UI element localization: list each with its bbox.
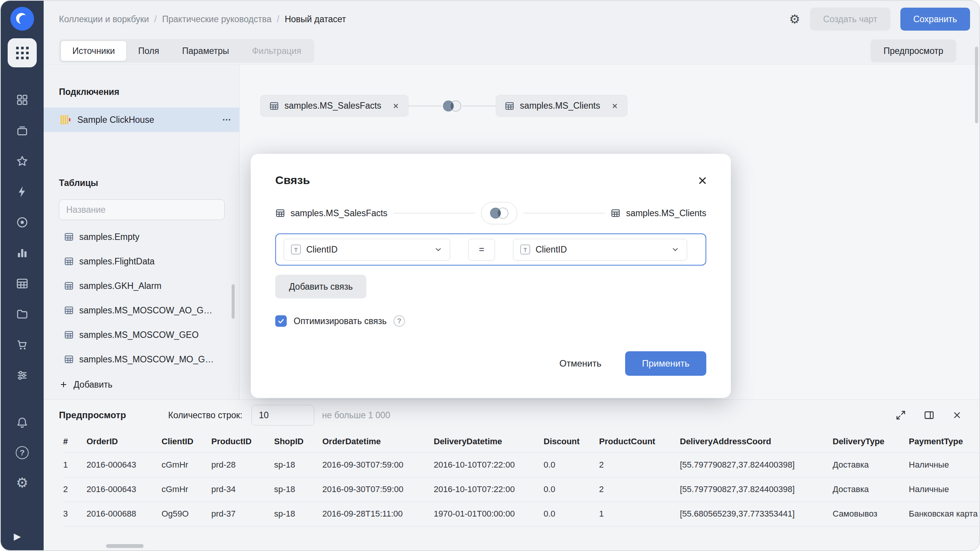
left-field-select[interactable]: T ClientID bbox=[284, 239, 450, 261]
column-header: OrderDatetime bbox=[322, 430, 434, 453]
right-field-select[interactable]: T ClientID bbox=[513, 239, 687, 261]
connections-icon[interactable] bbox=[15, 184, 29, 199]
top-bar: Коллекции и воркбуки / Практические руко… bbox=[44, 1, 979, 37]
dialog-join-row: samples.MS_SalesFacts samples.MS_Clients bbox=[275, 202, 706, 224]
page-scrollbar[interactable] bbox=[975, 47, 978, 123]
breadcrumb-separator: / bbox=[277, 14, 279, 24]
settings-sliders-icon[interactable] bbox=[15, 368, 29, 383]
table-icon bbox=[64, 232, 74, 242]
widgets-icon[interactable] bbox=[15, 93, 29, 107]
preview-panel: Предпросмотр Количество строк: не больше… bbox=[44, 399, 979, 550]
table-list-item[interactable]: samples.GKH_Alarm bbox=[44, 274, 239, 298]
save-button[interactable]: Сохранить bbox=[900, 8, 970, 31]
table-search-input[interactable] bbox=[59, 199, 225, 220]
preview-toggle-button[interactable]: Предпросмотр bbox=[871, 39, 956, 62]
cancel-button[interactable]: Отменить bbox=[549, 351, 611, 376]
join-connector-line bbox=[463, 106, 496, 106]
join-connector-line bbox=[523, 213, 605, 214]
preview-header-row: # OrderID ClientID ProductID ShopID Orde… bbox=[63, 430, 979, 453]
table-row: 1 2016-000643 cGmHr prd-28 sp-18 2016-09… bbox=[63, 453, 979, 477]
add-table-button[interactable]: Добавить bbox=[59, 375, 113, 394]
column-header: PaymentType bbox=[909, 430, 979, 453]
table-icon bbox=[275, 208, 285, 218]
breadcrumb-collections[interactable]: Коллекции и воркбуки bbox=[59, 14, 149, 24]
chevron-down-icon bbox=[671, 245, 680, 254]
column-header: DeliveryType bbox=[833, 430, 909, 453]
field-type-icon: T bbox=[520, 245, 530, 254]
row-count-input[interactable] bbox=[252, 405, 314, 425]
field-type-icon: T bbox=[291, 245, 301, 254]
clickhouse-icon bbox=[59, 114, 71, 126]
join-connector-line bbox=[408, 106, 441, 106]
collections-icon[interactable] bbox=[15, 123, 29, 138]
table-icon bbox=[64, 281, 74, 291]
dataset-settings-gear-icon[interactable]: ⚙ bbox=[789, 13, 800, 25]
remove-table-icon[interactable] bbox=[392, 102, 400, 110]
tabs-row: Источники Поля Параметры Фильтрация Пред… bbox=[44, 37, 979, 64]
table-list-item[interactable]: samples.FlightData bbox=[44, 249, 239, 274]
tab-sources[interactable]: Источники bbox=[60, 41, 127, 61]
canvas-table-clients[interactable]: samples.MS_Clients bbox=[496, 95, 627, 117]
sources-panel: Подключения Sample ClickHouse Таблицы sa… bbox=[44, 65, 240, 399]
row-count-label: Количество строк: bbox=[168, 410, 242, 421]
settings-gear-icon[interactable]: ⚙ bbox=[15, 476, 29, 490]
join-type-icon[interactable] bbox=[441, 99, 463, 113]
apps-grid-icon bbox=[16, 47, 29, 59]
tab-fields[interactable]: Поля bbox=[127, 41, 171, 61]
canvas-table-salesfacts[interactable]: samples.MS_SalesFacts bbox=[260, 95, 408, 117]
top-bar-actions: ⚙ Создать чарт Сохранить bbox=[789, 8, 970, 31]
dialog-footer: Отменить Применить bbox=[549, 351, 706, 376]
split-view-icon[interactable] bbox=[923, 409, 935, 421]
tab-filtering[interactable]: Фильтрация bbox=[240, 41, 313, 61]
table-icon bbox=[64, 256, 74, 266]
help-icon[interactable]: ? bbox=[15, 445, 29, 460]
close-preview-icon[interactable] bbox=[952, 410, 962, 421]
apps-grid-button[interactable] bbox=[8, 38, 37, 67]
apply-button[interactable]: Применить bbox=[625, 351, 706, 376]
join-type-icon bbox=[488, 206, 510, 220]
tables-list-scrollbar[interactable] bbox=[232, 284, 235, 319]
remove-table-icon[interactable] bbox=[611, 102, 619, 110]
join-condition-row: T ClientID = T ClientID bbox=[275, 233, 706, 266]
horizontal-scrollbar[interactable] bbox=[106, 544, 144, 548]
table-list-item[interactable]: samples.MS_MOSCOW_MO_G… bbox=[44, 347, 239, 372]
row-count-hint: не больше 1 000 bbox=[322, 410, 390, 421]
preview-title: Предпросмотр bbox=[59, 410, 126, 421]
table-icon bbox=[64, 330, 74, 340]
table-row: 3 2016-000688 Og59O prd-37 sp-18 2016-09… bbox=[63, 502, 979, 526]
folders-icon[interactable] bbox=[15, 307, 29, 321]
connection-item[interactable]: Sample ClickHouse bbox=[44, 108, 239, 132]
column-header: ShopID bbox=[274, 430, 322, 453]
marketplace-icon[interactable] bbox=[15, 337, 29, 352]
connection-more-icon[interactable] bbox=[222, 115, 232, 125]
sidebar-collapse-icon[interactable]: ▶ bbox=[14, 531, 21, 542]
optimize-help-icon[interactable]: ? bbox=[394, 315, 405, 327]
favorites-icon[interactable] bbox=[15, 154, 29, 168]
tab-parameters[interactable]: Параметры bbox=[171, 41, 241, 61]
breadcrumb-separator: / bbox=[154, 14, 157, 24]
services-icon[interactable] bbox=[15, 215, 29, 230]
dialog-left-table: samples.MS_SalesFacts bbox=[275, 208, 387, 218]
create-chart-button[interactable]: Создать чарт bbox=[810, 8, 890, 31]
close-dialog-icon[interactable] bbox=[696, 174, 709, 187]
table-list-item[interactable]: samples.MS_MOSCOW_GEO bbox=[44, 323, 239, 347]
operator-select[interactable]: = bbox=[468, 239, 495, 261]
datalens-logo[interactable] bbox=[10, 7, 34, 31]
breadcrumb-workbook[interactable]: Практические руководства bbox=[162, 14, 271, 24]
tables-list: samples.Empty samples.FlightData samples… bbox=[44, 225, 239, 372]
add-link-button[interactable]: Добавить связь bbox=[275, 275, 366, 298]
join-type-toggle[interactable] bbox=[481, 202, 517, 224]
column-header: DeliveryDatetime bbox=[434, 430, 544, 453]
charts-icon[interactable] bbox=[15, 246, 29, 260]
column-header: ClientID bbox=[162, 430, 211, 453]
expand-preview-icon[interactable] bbox=[895, 409, 906, 421]
link-dialog: Связь samples.MS_SalesFacts samp bbox=[251, 154, 731, 398]
optimize-checkbox[interactable] bbox=[275, 315, 287, 327]
table-list-item[interactable]: samples.MS_MOSCOW_AO_G… bbox=[44, 298, 239, 323]
tab-group: Источники Поля Параметры Фильтрация bbox=[59, 39, 314, 63]
table-list-item[interactable]: samples.Empty bbox=[44, 225, 239, 249]
chevron-down-icon bbox=[434, 245, 443, 254]
sidebar: ? ⚙ ▶ bbox=[1, 1, 44, 550]
datasets-icon[interactable] bbox=[15, 276, 29, 291]
notifications-icon[interactable] bbox=[15, 415, 29, 430]
